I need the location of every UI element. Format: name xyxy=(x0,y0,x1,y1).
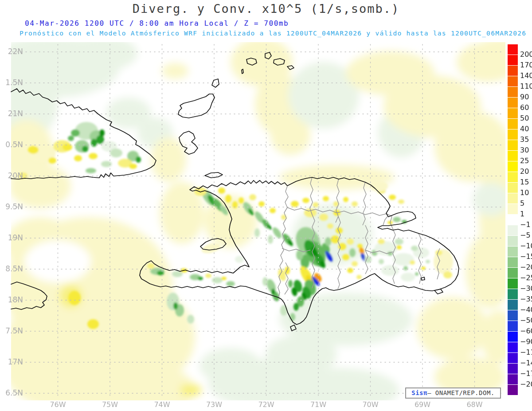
colorbar xyxy=(508,0,518,411)
lon-axis-label: 74W xyxy=(154,400,170,409)
colorbar-tick-label: −140 xyxy=(520,359,532,367)
colorbar-segment xyxy=(508,321,518,331)
lon-axis-label: 76W xyxy=(50,400,66,409)
colorbar-segment xyxy=(508,172,518,182)
colorbar-segment xyxy=(508,300,518,310)
lon-axis-label: 71W xyxy=(310,400,326,409)
saona-island xyxy=(434,289,443,294)
colorbar-tick-label: −25 xyxy=(520,274,532,282)
colorbar-segment xyxy=(508,278,518,289)
colorbar-tick-label: 15 xyxy=(520,178,529,186)
colorbar-segment xyxy=(508,87,518,97)
colorbar-segment xyxy=(508,183,518,193)
colorbar-segment xyxy=(508,76,518,86)
colorbar-tick-label: 170 xyxy=(520,61,532,69)
colorbar-tick-label: −200 xyxy=(520,380,532,388)
colorbar-tick-label: 40 xyxy=(520,125,529,133)
colorbar-segment xyxy=(508,193,518,204)
colorbar-segment xyxy=(508,353,518,363)
colorbar-segment xyxy=(508,364,518,374)
colorbar-tick-label: 1 xyxy=(520,210,524,218)
colorbar-tick-label: −110 xyxy=(520,348,532,356)
colorbar-tick-label: −50 xyxy=(520,316,532,325)
lat-axis-label: 9.5N xyxy=(5,202,23,211)
colorbar-segment xyxy=(508,257,518,267)
colorbar-tick-label: 110 xyxy=(520,82,532,90)
colorbar-labels: 2001701401109060504035302520151051−1−5−1… xyxy=(520,0,532,411)
lon-axis-label: 70W xyxy=(362,400,378,409)
watermark-box: Sisπ– ONAMET/REP.DOM. xyxy=(405,388,501,399)
colorbar-tick-label: 200 xyxy=(520,50,532,59)
colorbar-tick-label: 50 xyxy=(520,114,529,122)
colorbar-tick-label: 30 xyxy=(520,146,529,154)
lon-axis-label: 68W xyxy=(466,400,482,409)
weather-map: 22N1.5N21N0.5N20N9.5N19N8.5N18N7.5N17N6.… xyxy=(0,0,532,411)
lat-axis-label: 6.5N xyxy=(5,388,23,397)
lat-axis-label: 8.5N xyxy=(5,264,23,273)
colorbar-tick-label: 35 xyxy=(520,135,529,144)
lat-axis-label: 0.5N xyxy=(5,140,23,149)
great-inagua-island xyxy=(178,94,215,118)
colorbar-segment xyxy=(508,44,518,55)
colorbar-tick-label: 25 xyxy=(520,157,529,165)
colorbar-tick-label: −170 xyxy=(520,369,532,378)
lat-axis-label: 22N xyxy=(8,47,23,56)
colorbar-tick-label: 20 xyxy=(520,167,529,176)
colorbar-segment xyxy=(508,140,518,150)
colorbar-tick-label: −35 xyxy=(520,295,532,303)
colorbar-segment xyxy=(508,310,518,321)
colorbar-tick-label: −20 xyxy=(520,263,532,271)
colorbar-segment xyxy=(508,119,518,129)
colorbar-tick-label: −30 xyxy=(520,284,532,293)
lat-axis-label: 18N xyxy=(8,295,23,304)
catalina-island xyxy=(421,277,425,280)
colorbar-segment xyxy=(508,332,518,342)
colorbar-tick-label: 5 xyxy=(520,199,524,207)
colorbar-tick-label: 60 xyxy=(520,103,529,112)
tortue-island xyxy=(205,172,223,178)
colorbar-tick-label: −60 xyxy=(520,327,532,335)
colorbar-segment xyxy=(508,289,518,299)
little-inagua-island xyxy=(212,79,219,87)
colorbar-segment xyxy=(508,55,518,65)
lat-axis-label: 19N xyxy=(8,233,23,242)
colorbar-tick-label: −10 xyxy=(520,242,532,250)
watermark-brand: Sisπ xyxy=(411,389,427,396)
colorbar-segment xyxy=(508,151,518,161)
colorbar-segment xyxy=(508,236,518,246)
colorbar-tick-label: 10 xyxy=(520,188,529,197)
colorbar-segment xyxy=(508,342,518,352)
colorbar-segment xyxy=(508,108,518,118)
colorbar-tick-label: −15 xyxy=(520,252,532,261)
lat-axis-label: 20N xyxy=(8,171,23,180)
colorbar-segment xyxy=(508,129,518,140)
watermark-separator: – xyxy=(427,389,431,396)
colorbar-tick-label: −5 xyxy=(520,231,531,239)
colorbar-segment xyxy=(508,385,518,395)
colorbar-segment xyxy=(508,161,518,172)
lon-axis-label: 73W xyxy=(206,400,222,409)
lat-axis-label: 1.5N xyxy=(5,78,23,87)
watermark-org: ONAMET/REP.DOM. xyxy=(435,389,495,396)
lon-axis-label: 72W xyxy=(258,400,274,409)
lat-axis-label: 7.5N xyxy=(5,326,23,335)
colorbar-segment xyxy=(508,268,518,278)
colorbar-segment xyxy=(508,66,518,76)
colorbar-segment xyxy=(508,225,518,235)
colorbar-segment xyxy=(508,204,518,214)
colorbar-tick-label: 140 xyxy=(520,71,532,80)
colorbar-segment xyxy=(508,98,518,108)
colorbar-tick-label: 90 xyxy=(520,93,529,101)
colorbar-segment xyxy=(508,247,518,257)
colorbar-tick-label: −1 xyxy=(520,220,531,229)
field-background-blobs xyxy=(0,35,519,411)
lon-axis-label: 69W xyxy=(415,400,430,409)
lat-axis-label: 17N xyxy=(8,357,23,366)
colorbar-segment xyxy=(508,215,518,225)
colorbar-tick-label: −90 xyxy=(520,337,532,346)
lat-axis-label: 21N xyxy=(8,109,23,118)
colorbar-tick-label: −40 xyxy=(520,305,532,314)
colorbar-segment xyxy=(508,374,518,384)
lon-axis-label: 75W xyxy=(102,400,118,409)
